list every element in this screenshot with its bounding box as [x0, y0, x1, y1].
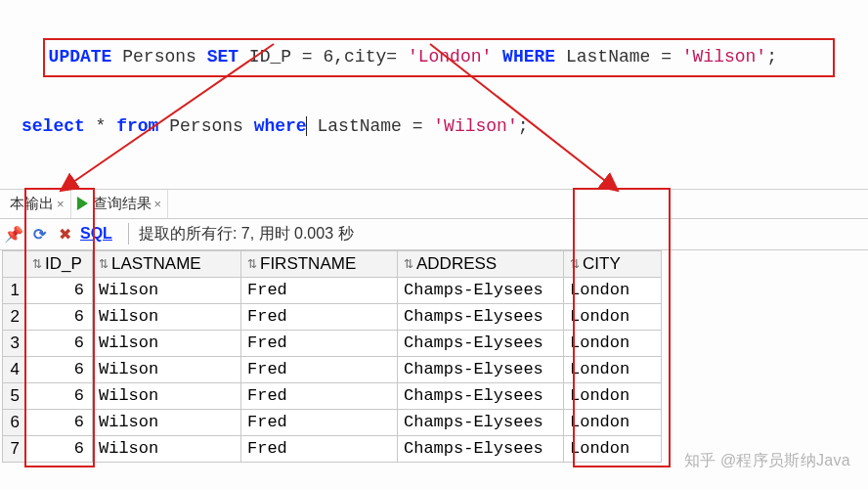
col-header-city[interactable]: ⇅CITY: [564, 250, 662, 277]
kw-update: UPDATE: [49, 47, 112, 67]
row-number: 1: [3, 277, 26, 303]
col-label: CITY: [583, 254, 621, 273]
header-row: ⇅ID_P ⇅LASTNAME ⇅FIRSTNAME ⇅ADDRESS ⇅CIT…: [3, 250, 662, 277]
sql-button[interactable]: SQL: [80, 225, 112, 243]
cell-idp[interactable]: 6: [26, 303, 93, 330]
cell-city[interactable]: London: [564, 330, 662, 356]
sql-string: 'Wilson': [682, 47, 766, 67]
table-row[interactable]: 3 6 Wilson Fred Champs-Elysees London: [3, 330, 662, 356]
cell-idp[interactable]: 6: [26, 330, 93, 356]
cell-lastname[interactable]: Wilson: [93, 277, 241, 303]
col-header-lastname[interactable]: ⇅LASTNAME: [93, 250, 241, 277]
sql-editor[interactable]: UPDATE Persons SET ID_P = 6,city= 'Londo…: [0, 0, 868, 179]
close-icon[interactable]: ×: [57, 197, 65, 211]
row-number: 2: [3, 303, 26, 330]
cell-city[interactable]: London: [564, 382, 662, 409]
sql-text: ID_P = 6,city=: [239, 47, 408, 67]
kw-select: select: [22, 116, 85, 136]
close-icon[interactable]: ×: [154, 197, 162, 211]
col-header-address[interactable]: ⇅ADDRESS: [398, 250, 564, 277]
cell-lastname[interactable]: Wilson: [93, 356, 241, 382]
sql-string: 'London': [408, 47, 492, 67]
row-number: 3: [3, 330, 26, 356]
col-header-firstname[interactable]: ⇅FIRSTNAME: [241, 250, 398, 277]
sql-line1-highlight: UPDATE Persons SET ID_P = 6,city= 'Londo…: [43, 38, 835, 78]
sql-text: LastName =: [307, 116, 434, 136]
cell-firstname[interactable]: Fred: [241, 303, 398, 330]
sort-icon: ⇅: [99, 257, 108, 271]
sort-icon: ⇅: [247, 257, 257, 271]
row-number: 7: [3, 435, 26, 462]
col-label: ADDRESS: [416, 254, 497, 273]
cell-address[interactable]: Champs-Elysees: [398, 435, 564, 462]
results-toolbar: 📌 ⟳ ✖ SQL 提取的所有行: 7, 用时 0.003 秒: [0, 219, 868, 250]
row-number: 6: [3, 409, 26, 435]
sort-icon: ⇅: [32, 257, 42, 271]
cell-firstname[interactable]: Fred: [241, 330, 398, 356]
cell-address[interactable]: Champs-Elysees: [398, 356, 564, 382]
cell-idp[interactable]: 6: [26, 435, 93, 462]
table-row[interactable]: 1 6 Wilson Fred Champs-Elysees London: [3, 277, 662, 303]
tab-query-results[interactable]: 查询结果 ×: [71, 190, 169, 218]
col-label: ID_P: [45, 254, 82, 273]
kw-where: WHERE: [502, 47, 555, 67]
cell-address[interactable]: Champs-Elysees: [398, 409, 564, 435]
cell-idp[interactable]: 6: [26, 409, 93, 435]
sql-text: LastName =: [555, 47, 682, 67]
cell-city[interactable]: London: [564, 409, 662, 435]
cell-firstname[interactable]: Fred: [241, 382, 398, 409]
cell-address[interactable]: Champs-Elysees: [398, 277, 564, 303]
cell-city[interactable]: London: [564, 277, 662, 303]
toolbar-divider: [128, 223, 129, 244]
play-icon: [77, 197, 88, 210]
cell-address[interactable]: Champs-Elysees: [398, 330, 564, 356]
cell-lastname[interactable]: Wilson: [93, 409, 241, 435]
col-label: FIRSTNAME: [260, 254, 356, 273]
row-number: 5: [3, 382, 26, 409]
cell-lastname[interactable]: Wilson: [93, 303, 241, 330]
kw-set: SET: [207, 47, 239, 67]
kw-from: from: [116, 116, 158, 136]
cell-firstname[interactable]: Fred: [241, 277, 398, 303]
status-text: 提取的所有行: 7, 用时 0.003 秒: [139, 224, 354, 244]
cell-firstname[interactable]: Fred: [241, 409, 398, 435]
sql-string: 'Wilson': [433, 116, 517, 136]
col-label: LASTNAME: [111, 254, 201, 273]
watermark: 知乎 @程序员斯纳Java: [684, 451, 850, 471]
sort-icon: ⇅: [570, 257, 580, 271]
cell-idp[interactable]: 6: [26, 356, 93, 382]
cell-idp[interactable]: 6: [26, 382, 93, 409]
sql-text: ;: [766, 47, 777, 67]
result-tabs: 本输出 × 查询结果 ×: [0, 190, 868, 219]
cell-address[interactable]: Champs-Elysees: [398, 303, 564, 330]
table-row[interactable]: 2 6 Wilson Fred Champs-Elysees London: [3, 303, 662, 330]
cell-idp[interactable]: 6: [26, 277, 93, 303]
sql-text: *: [85, 116, 116, 136]
cell-lastname[interactable]: Wilson: [93, 382, 241, 409]
sql-text: Persons: [158, 116, 253, 136]
refresh-icon[interactable]: ⟳: [29, 224, 49, 244]
table-row[interactable]: 6 6 Wilson Fred Champs-Elysees London: [3, 409, 662, 435]
sort-icon: ⇅: [404, 257, 413, 271]
cell-address[interactable]: Champs-Elysees: [398, 382, 564, 409]
cell-lastname[interactable]: Wilson: [93, 330, 241, 356]
table-row[interactable]: 7 6 Wilson Fred Champs-Elysees London: [3, 435, 662, 462]
cell-firstname[interactable]: Fred: [241, 435, 398, 462]
row-number: 4: [3, 356, 26, 382]
table-row[interactable]: 5 6 Wilson Fred Champs-Elysees London: [3, 382, 662, 409]
cell-lastname[interactable]: Wilson: [93, 435, 241, 462]
col-header-idp[interactable]: ⇅ID_P: [26, 250, 93, 277]
kw-where: where: [254, 116, 307, 136]
cell-city[interactable]: London: [564, 435, 662, 462]
rownum-corner: [3, 250, 26, 277]
tab-script-output[interactable]: 本输出 ×: [4, 190, 71, 218]
tab-label: 本输出: [10, 195, 54, 213]
cell-firstname[interactable]: Fred: [241, 356, 398, 382]
delete-icon[interactable]: ✖: [55, 224, 74, 244]
sql-text: ;: [518, 116, 529, 136]
pin-icon[interactable]: 📌: [4, 224, 23, 244]
cell-city[interactable]: London: [564, 356, 662, 382]
results-grid[interactable]: ⇅ID_P ⇅LASTNAME ⇅FIRSTNAME ⇅ADDRESS ⇅CIT…: [2, 250, 662, 463]
table-row[interactable]: 4 6 Wilson Fred Champs-Elysees London: [3, 356, 662, 382]
cell-city[interactable]: London: [564, 303, 662, 330]
